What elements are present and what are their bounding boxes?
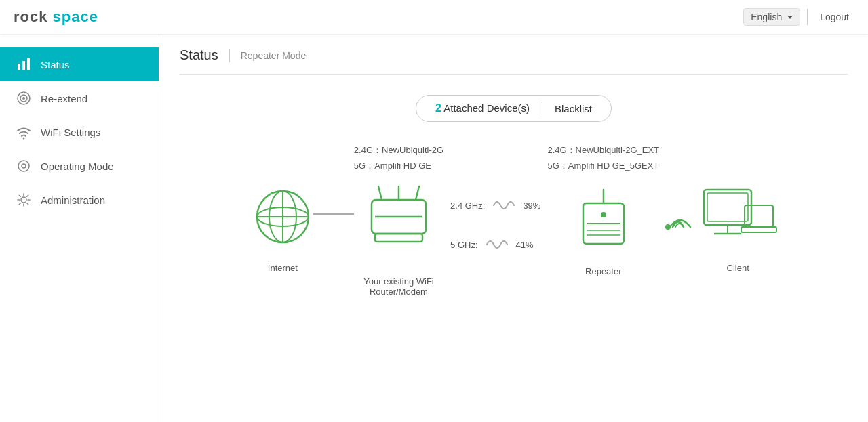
sidebar-item-administration[interactable]: Administration [0,183,159,217]
svg-point-8 [22,164,26,168]
attached-label: Attached Device(s) [443,102,530,114]
language-label: English [751,12,782,22]
admin-icon [16,192,31,207]
signal-5-pct: 41% [516,240,534,250]
logout-button[interactable]: Logout [814,9,854,25]
repeater-band-24: 2.4G：NewUbiquiti-2G_EXT [547,142,659,158]
connector-line [313,213,354,215]
page-header-divider [229,49,230,62]
chevron-down-icon [787,16,793,19]
logo-space: space [47,8,98,25]
wifi-signal-icon [16,91,31,106]
devices-bar: 2 Attached Device(s) Blacklist [180,95,848,122]
repeater-label: Repeater [585,266,621,276]
page-header-line [180,74,848,75]
client-label: Client [727,263,749,273]
internet-label: Internet [268,263,298,273]
router-band-5: 5G：Amplifi HD GE [354,158,443,173]
router-band-24: 2.4G：NewUbiquiti-2G [354,142,443,158]
svg-rect-29 [707,193,748,221]
svg-rect-33 [741,227,776,232]
logo: rock space [14,8,98,26]
wifi-icon [16,125,31,140]
svg-point-5 [22,97,25,100]
devices-pill: 2 Attached Device(s) Blacklist [416,95,612,122]
svg-point-7 [18,161,29,171]
repeater-device: 2.4G：NewUbiquiti-2G_EXT 5G：Amplifi HD GE… [547,142,659,276]
sidebar-admin-label: Administration [41,194,105,206]
pill-divider [542,102,542,114]
signal-5-row: 5 GHz: 41% [450,234,540,255]
svg-rect-2 [27,58,30,70]
header: rock space English Logout [0,0,868,34]
repeater-icon [576,186,631,254]
signal-24-label: 2.4 GHz: [450,201,485,211]
signal-24-waves [490,195,517,215]
repeater-band-5: 5G：Amplifi HD GE_5GEXT [547,158,659,173]
page-subtitle: Repeater Mode [241,50,307,61]
router-icon [361,186,436,254]
status-icon [16,57,31,72]
client-device: Client [701,142,775,273]
sidebar-wifi-label: WiFi Settings [41,127,100,138]
page-header: Status Repeater Mode [180,47,848,63]
repeater-info: 2.4G：NewUbiquiti-2G_EXT 5G：Amplifi HD GE… [547,142,659,174]
svg-line-17 [416,186,419,200]
main-content: Status Repeater Mode 2 Attached Device(s… [159,34,868,422]
signal-5-label: 5 GHz: [450,240,477,250]
internet-device: Internet [252,142,313,273]
svg-point-9 [21,197,26,203]
device-count: 2 [435,102,441,114]
page-title: Status [180,47,218,63]
sidebar-item-re-extend[interactable]: Re-extend [0,81,159,115]
router-label: Your existing WiFi Router/Modem [363,266,434,297]
signal-24-row: 2.4 GHz: 39% [450,195,540,215]
sidebar-reextend-label: Re-extend [41,93,87,104]
client-icon-area [701,176,775,257]
globe-icon [252,186,313,247]
svg-rect-0 [18,64,20,70]
repeater-wifi-icon [665,213,695,240]
connector-internet-router [313,213,354,215]
svg-rect-19 [375,234,422,242]
signal-area: 2.4 GHz: 39% 5 GHz: 41% [443,195,547,255]
sidebar-mode-label: Operating Mode [41,161,114,172]
blacklist-link[interactable]: Blacklist [555,103,592,114]
repeater-signal-right [659,213,701,240]
mode-icon [16,159,31,173]
sidebar-item-status[interactable]: Status [0,47,159,81]
sidebar: Status Re-extend [0,34,159,422]
router-device: 2.4G：NewUbiquiti-2G 5G：Amplifi HD GE [354,142,443,297]
client-icon [701,186,775,247]
router-icon-area [361,180,436,261]
svg-line-15 [378,186,382,200]
language-selector[interactable]: English [743,8,800,26]
sidebar-status-label: Status [41,59,70,70]
sidebar-item-operating-mode[interactable]: Operating Mode [0,149,159,183]
repeater-icon-area [576,180,631,261]
signal-24-pct: 39% [523,201,540,211]
header-right: English Logout [743,8,854,26]
signal-5-waves [484,234,511,255]
network-diagram: Internet 2.4G：NewUbiquiti-2G 5G：Amplifi … [180,142,848,297]
svg-rect-32 [745,205,773,227]
logo-rock: rock [14,8,47,25]
internet-icon-area [252,176,313,257]
svg-point-26 [601,212,606,217]
router-info: 2.4G：NewUbiquiti-2G 5G：Amplifi HD GE [354,142,443,174]
svg-point-6 [23,138,25,140]
sidebar-item-wifi-settings[interactable]: WiFi Settings [0,115,159,149]
header-divider [807,9,808,25]
svg-rect-1 [22,61,25,70]
layout: Status Re-extend [0,34,868,422]
